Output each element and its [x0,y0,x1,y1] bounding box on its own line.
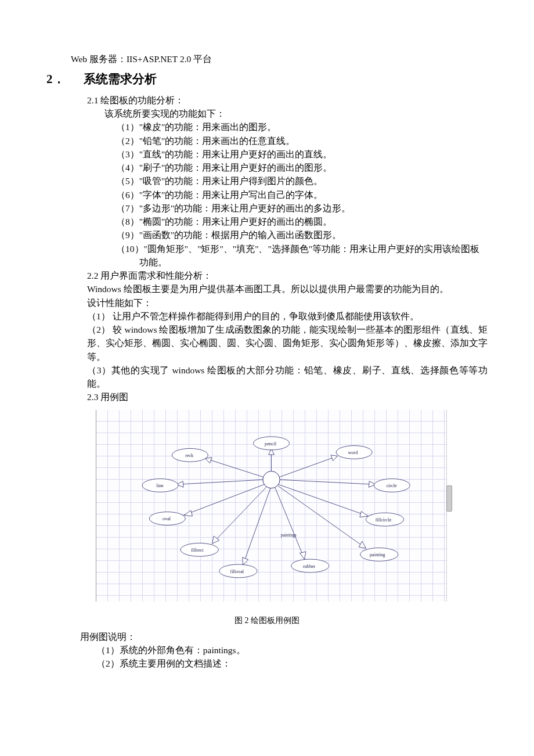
web-server-line: Web 服务器：IIS+ASP.NET 2.0 平台 [46,52,488,66]
heading-2-text: 系统需求分析 [84,72,157,86]
scrollbar-handle[interactable] [446,485,452,512]
uc-painting: painting [370,552,385,557]
use-case-diagram: pencil reck word line circle oval fillci… [96,410,447,602]
feature-item: （7）"多边形"的功能：用来让用户更好的画出的多边形。 [46,201,488,215]
section-2-1-title: 2.1 绘图板的功能分析： [46,93,488,107]
feature-item: （9）"画函数"的功能：根据用户的输入画出函数图形。 [46,228,488,242]
uc-rubber: rubber [303,563,315,568]
svg-line-31 [278,485,366,548]
feature-item: （5）"吸管"的功能：用来让用户得到图片的颜色。 [46,174,488,188]
uc-line: line [156,483,164,488]
svg-marker-20 [360,511,369,517]
figure-caption: 图 2 绘图板用例图 [46,614,488,627]
svg-line-16 [184,484,265,515]
svg-line-4 [205,458,262,477]
svg-line-7 [280,456,337,477]
feature-item: （4）"刷子"的功能：用来让用户更好的画出的图形。 [46,161,488,174]
use-case-svg: pencil reck word line circle oval fillci… [96,410,446,602]
uc-fillrect: fillrect [191,548,204,553]
uc-reck: reck [185,453,194,458]
uc-circle: circle [387,483,397,488]
uc-oval: oval [163,516,171,521]
svg-marker-26 [300,552,306,559]
svg-marker-32 [359,541,366,548]
svg-marker-8 [331,455,337,460]
feature-item-10a: （10）"圆角矩形"、"矩形"、"填充"、"选择颜色"等功能：用来让用户更好的实… [46,242,488,255]
svg-line-25 [275,488,305,559]
heading-2: 2．系统需求分析 [46,70,488,89]
uc-fillcircle: fillcircle [376,517,392,522]
section-2-2-title: 2.2 用户界面需求和性能分析： [46,269,488,282]
actor-label: paintings [281,532,297,537]
section-2-2-p1: Windows 绘图板主要是为用户提供基本画图工具。所以以提供用户最需要的功能为… [46,282,488,296]
heading-2-number: 2． [46,70,84,89]
svg-marker-17 [184,510,193,516]
section-2-1-intro: 该系统所要实现的功能如下： [46,107,488,120]
uc-filloval: filloval [230,568,244,574]
feature-item: （1）"橡皮"的功能：用来画出的图形。 [46,120,488,134]
feature-item: （8）"椭圆"的功能：用来让用户更好的画出的椭圆。 [46,215,488,228]
svg-point-0 [263,471,280,488]
uc-word: word [348,450,358,455]
section-2-2-p4: （2） 较 windows 绘图板增加了生成函数图象的功能，能实现绘制一些基本的… [46,323,488,363]
feature-item: （6）"字体"的功能：用来让用户写出自己的字体。 [46,188,488,201]
desc-item-1: （1）系统的外部角色有：paintings。 [46,643,488,657]
svg-line-13 [280,480,376,484]
desc-title: 用例图说明： [46,630,488,643]
section-2-2-p2: 设计性能如下： [46,296,488,309]
desc-item-2: （2）系统主要用例的文档描述： [46,657,488,670]
feature-item-10b: 功能。 [46,255,488,269]
section-2-3-title: 2.3 用例图 [46,390,488,404]
feature-item: （3）"直线"的功能：用来让用户更好的画出的直线。 [46,147,488,161]
svg-line-10 [177,480,263,484]
section-2-2-p3: （1） 让用户不管怎样操作都能得到用户的目的，争取做到傻瓜都能使用该软件。 [46,309,488,323]
svg-marker-29 [243,557,248,564]
feature-item: （2）"铅笔"的功能：用来画出的任意直线。 [46,134,488,147]
svg-line-22 [212,487,267,543]
svg-line-19 [279,484,369,516]
svg-line-28 [243,488,270,564]
uc-pencil: pencil [265,441,277,446]
section-2-2-p5: （3）其他的实现了 windows 绘图板的大部分功能：铅笔、橡皮、刷子、直线、… [46,363,488,391]
